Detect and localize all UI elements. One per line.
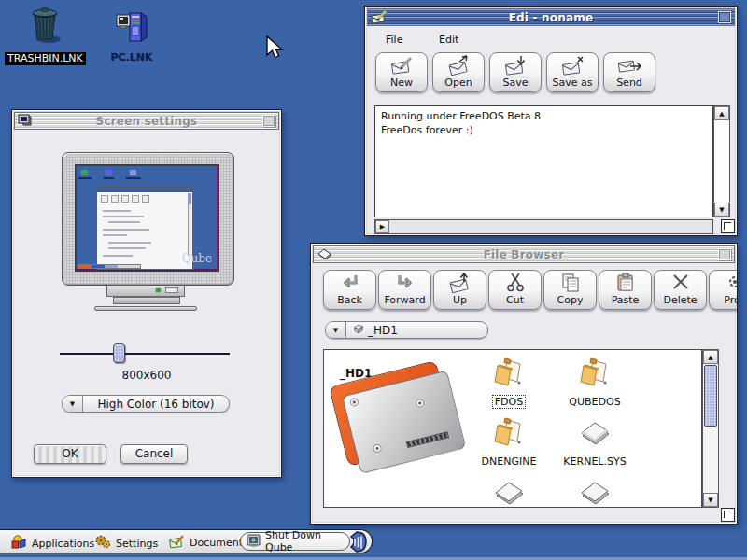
pc-icon (113, 29, 150, 47)
save-as-icon (560, 54, 585, 77)
scroll-right-icon[interactable]: ▶ (375, 220, 389, 233)
dropdown-arrow-icon[interactable]: ▼ (326, 322, 346, 338)
scroll-up-icon[interactable]: ▲ (714, 106, 729, 120)
edi-window: Edi - noname File Edit New Open (364, 6, 738, 236)
folder-icon (492, 373, 526, 391)
paste-button[interactable]: Paste (599, 270, 652, 310)
properties-icon (725, 272, 739, 294)
gears-icon (94, 534, 111, 553)
scrollbar-thumb[interactable] (704, 365, 717, 427)
send-button[interactable]: Send (603, 52, 655, 92)
cut-icon (504, 272, 527, 294)
monitor-pedestal (113, 297, 180, 304)
menu-edit[interactable]: Edit (436, 33, 461, 47)
menu-file[interactable]: File (383, 33, 405, 47)
mini-window (96, 187, 193, 270)
file-item-label: QUBEDOS (567, 396, 622, 408)
screen-settings-window: Screen settings (11, 109, 282, 478)
monitor-power-button (165, 287, 178, 293)
open-button[interactable]: Open (432, 52, 485, 92)
back-button[interactable]: Back (323, 270, 376, 310)
folder-icon (492, 433, 526, 451)
taskbar-documents[interactable]: Documents (169, 534, 248, 552)
delete-icon (669, 272, 692, 294)
vertical-scrollbar[interactable]: ▲ ▼ (713, 105, 730, 217)
file-item[interactable] (470, 479, 548, 508)
monitor-preview: Qube (75, 164, 219, 272)
monitor-neck (106, 286, 185, 297)
send-icon (617, 54, 642, 77)
save-as-button[interactable]: Save as (546, 52, 599, 92)
resize-grip[interactable] (721, 508, 735, 522)
file-browser-titlebar[interactable]: File Browser (313, 245, 735, 263)
edi-titlebar[interactable]: Edi - noname (367, 8, 735, 26)
scroll-down-icon[interactable]: ▼ (714, 203, 729, 217)
taskbar-settings[interactable]: Settings (94, 534, 158, 553)
forward-button[interactable]: Forward (378, 270, 431, 310)
file-item-dnengine[interactable]: DNENGINE (470, 417, 548, 469)
window-title: File Browser (342, 248, 706, 261)
scroll-up-icon[interactable]: ▲ (703, 350, 718, 364)
desktop-icon-pc[interactable]: PC.LNK (92, 7, 172, 64)
editor-line: Running under FreeDOS Beta 8 (381, 109, 707, 123)
forward-icon (394, 272, 416, 294)
save-icon (503, 54, 529, 77)
cut-button[interactable]: Cut (488, 270, 542, 310)
ok-button[interactable]: OK (34, 444, 106, 464)
power-led (156, 288, 161, 292)
new-icon (389, 54, 415, 77)
color-depth-dropdown[interactable]: ▼ High Color (16 bitov) (62, 395, 230, 413)
resolution-slider-thumb[interactable] (113, 343, 125, 363)
window-title: Edi - noname (396, 11, 706, 24)
editor-line: FreeDos forever :) (381, 123, 707, 137)
mini-desktop-icon (106, 170, 112, 175)
dropdown-arrow-icon[interactable]: ▼ (63, 396, 83, 412)
file-item-fdos[interactable]: FDOS (470, 357, 548, 409)
save-button[interactable]: Save (489, 52, 542, 92)
new-button[interactable]: New (375, 52, 428, 92)
resolution-slider-track[interactable] (60, 353, 230, 355)
desktop-icon-label: PC.LNK (110, 51, 152, 63)
maximize-button[interactable] (262, 115, 275, 127)
compose-icon (371, 10, 387, 24)
taskbar-label: Shut Down Qube (265, 529, 349, 553)
up-button[interactable]: Up (433, 270, 486, 310)
file-icon (578, 493, 612, 508)
file-item-kernel-sys[interactable]: KERNEL.SYS (556, 419, 634, 469)
screen-settings-titlebar[interactable]: Screen settings (14, 112, 279, 130)
mini-desktop-icon (81, 170, 88, 175)
shutdown-icon (247, 533, 261, 551)
taskbar-applications[interactable]: Applications (11, 534, 94, 553)
qube-menu-button[interactable] (349, 531, 372, 557)
copy-button[interactable]: Copy (543, 270, 597, 310)
file-icon-view[interactable]: _HD1 FDOS (323, 349, 702, 508)
desktop-icon-trashbin[interactable]: TRASHBIN.LNK (5, 5, 85, 65)
resize-grip[interactable] (721, 219, 735, 233)
resolution-label: 747x560 (12, 369, 281, 382)
taskbar-label: Settings (116, 538, 158, 550)
qube-brand-text: Qube (182, 252, 212, 265)
scroll-down-icon[interactable]: ▼ (703, 493, 718, 507)
copy-icon (559, 272, 582, 294)
monitor-base (94, 306, 197, 311)
properties-button[interactable]: Prop (709, 270, 738, 310)
horizontal-scrollbar[interactable]: ◀ ▶ (374, 219, 713, 234)
maximize-button[interactable] (718, 11, 731, 23)
file-item[interactable] (556, 479, 634, 508)
editor-textarea[interactable]: Running under FreeDOS Beta 8 FreeDos for… (374, 105, 713, 217)
color-depth-value: High Color (16 bitov) (83, 396, 229, 412)
file-item-qubedos[interactable]: QUBEDOS (556, 357, 634, 409)
desktop-icon-label: TRASHBIN.LNK (5, 52, 86, 65)
maximize-button[interactable] (718, 248, 731, 260)
taskbar-label: Applications (32, 538, 94, 550)
monitor-icon (18, 114, 34, 128)
up-icon (447, 272, 472, 294)
qube-horn-icon (349, 539, 372, 557)
delete-button[interactable]: Delete (654, 270, 707, 310)
window-title: Screen settings (43, 115, 250, 128)
taskbar-shutdown[interactable]: Shut Down Qube (240, 532, 350, 551)
vertical-scrollbar[interactable]: ▲ ▼ (702, 349, 719, 508)
address-dropdown[interactable]: ▼ _HD1 (325, 321, 488, 339)
cancel-button[interactable]: Cancel (120, 444, 188, 464)
open-icon (446, 54, 472, 77)
